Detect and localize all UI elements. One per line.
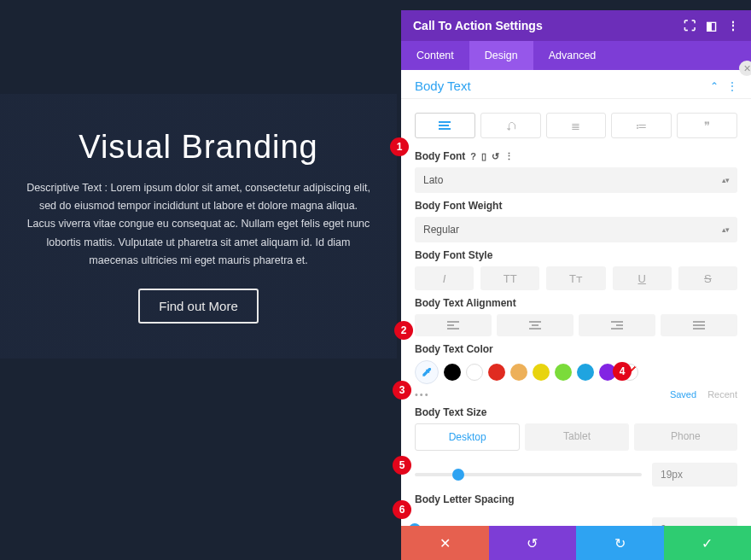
- swatch-green[interactable]: [555, 364, 572, 381]
- align-right[interactable]: [579, 314, 655, 336]
- eyedropper-icon[interactable]: [415, 360, 439, 384]
- format-ol[interactable]: ≔: [611, 113, 672, 138]
- size-label: Body Text Size: [415, 406, 737, 418]
- align-left[interactable]: [415, 314, 492, 336]
- swatch-orange[interactable]: [510, 364, 527, 381]
- format-paragraph[interactable]: [415, 113, 475, 138]
- preview-title: Visual Branding: [79, 129, 317, 166]
- color-more-icon[interactable]: •••: [415, 389, 430, 400]
- swatch-blue[interactable]: [577, 364, 594, 381]
- tab-advanced[interactable]: Advanced: [533, 41, 612, 70]
- annotation-marker-6: 6: [393, 500, 411, 519]
- swatch-black[interactable]: [444, 364, 461, 381]
- swatch-white[interactable]: [466, 364, 483, 381]
- body-font-weight-label: Body Font Weight: [415, 200, 737, 212]
- panel-title: Call To Action Settings: [413, 19, 543, 32]
- undo-button[interactable]: ↺: [489, 526, 577, 560]
- align-justify[interactable]: [661, 314, 737, 336]
- preview-description: Descriptive Text : Lorem ipsum dolor sit…: [26, 179, 371, 270]
- section-header[interactable]: Body Text ⌃ ⋮: [401, 70, 751, 99]
- align-center[interactable]: [497, 314, 573, 336]
- size-slider[interactable]: [415, 473, 642, 476]
- body-font-weight-select[interactable]: Regular▴▾: [415, 217, 737, 242]
- align-label: Body Text Alignment: [415, 297, 737, 309]
- more-icon[interactable]: ⋮: [727, 19, 739, 32]
- settings-scroll: ⮏ ≣ ≔ ❞ Body Font ? ▯ ↺ ⋮ Lato▴▾ Body Fo…: [401, 99, 751, 526]
- style-underline[interactable]: U: [613, 266, 672, 290]
- preview-cta-button[interactable]: Find out More: [138, 289, 259, 324]
- annotation-marker-5: 5: [393, 456, 411, 475]
- snap-icon[interactable]: ◧: [706, 19, 717, 32]
- format-ul[interactable]: ≣: [546, 113, 607, 138]
- panel-header: Call To Action Settings ⛶ ◧ ⋮: [401, 10, 751, 41]
- body-font-select[interactable]: Lato▴▾: [415, 167, 737, 193]
- body-font-label: Body Font ? ▯ ↺ ⋮: [415, 150, 737, 162]
- settings-panel: Call To Action Settings ⛶ ◧ ⋮ ✕ Content …: [401, 10, 751, 560]
- field-more-icon[interactable]: ⋮: [504, 151, 514, 162]
- redo-button[interactable]: ↻: [576, 526, 664, 560]
- format-link[interactable]: ⮏: [480, 113, 541, 138]
- style-strike[interactable]: S: [678, 266, 737, 290]
- annotation-marker-1: 1: [390, 137, 409, 156]
- body-font-style-label: Body Font Style: [415, 249, 737, 261]
- swatch-yellow[interactable]: [533, 364, 550, 381]
- recent-tab[interactable]: Recent: [707, 389, 737, 400]
- cancel-button[interactable]: ✕: [401, 526, 489, 560]
- color-swatches: [415, 360, 737, 384]
- size-value[interactable]: 19px: [652, 463, 737, 487]
- style-smallcaps[interactable]: Tᴛ: [546, 266, 605, 290]
- annotation-marker-4: 4: [613, 362, 632, 381]
- letter-spacing-value[interactable]: 0px: [652, 517, 737, 526]
- text-format-row: ⮏ ≣ ≔ ❞: [415, 113, 737, 138]
- color-label: Body Text Color: [415, 343, 737, 355]
- style-italic[interactable]: I: [415, 266, 474, 290]
- help-icon[interactable]: ?: [470, 151, 476, 162]
- swatch-red[interactable]: [488, 364, 505, 381]
- section-more-icon[interactable]: ⋮: [727, 80, 737, 92]
- style-uppercase[interactable]: TT: [480, 266, 539, 290]
- saved-tab[interactable]: Saved: [670, 389, 696, 400]
- annotation-marker-2: 2: [394, 321, 413, 340]
- tab-design[interactable]: Design: [469, 41, 533, 70]
- tab-bar: Content Design Advanced: [401, 41, 751, 70]
- tab-content[interactable]: Content: [401, 41, 469, 70]
- device-tablet[interactable]: Tablet: [525, 423, 628, 451]
- reset-icon[interactable]: ↺: [492, 151, 499, 162]
- expand-icon[interactable]: ⛶: [684, 19, 696, 32]
- preview-module: Visual Branding Descriptive Text : Lorem…: [0, 94, 397, 359]
- close-icon[interactable]: ✕: [739, 61, 751, 76]
- format-quote[interactable]: ❞: [677, 113, 737, 138]
- device-desktop[interactable]: Desktop: [415, 423, 520, 451]
- action-bar: ✕ ↺ ↻ ✓: [401, 526, 751, 560]
- save-button[interactable]: ✓: [664, 526, 752, 560]
- chevron-up-icon[interactable]: ⌃: [710, 80, 719, 92]
- responsive-icon[interactable]: ▯: [481, 151, 486, 162]
- device-phone[interactable]: Phone: [634, 423, 737, 451]
- letter-spacing-label: Body Letter Spacing: [415, 493, 737, 505]
- annotation-marker-3: 3: [393, 381, 411, 400]
- section-title: Body Text: [415, 79, 471, 93]
